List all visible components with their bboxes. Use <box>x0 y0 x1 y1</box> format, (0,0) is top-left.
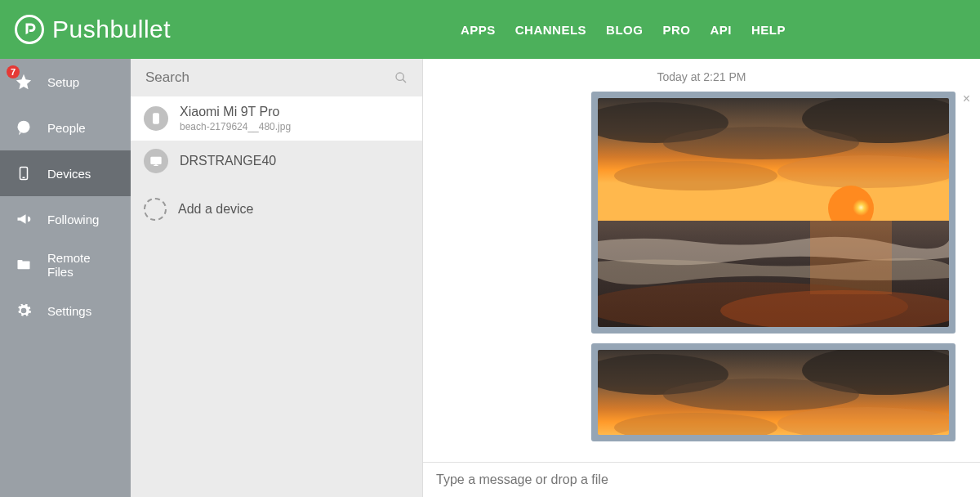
device-item-add[interactable]: Add a device <box>131 190 422 229</box>
svg-point-5 <box>396 73 403 80</box>
sidebar-item-label: Settings <box>47 304 91 318</box>
sidebar-item-remote-files[interactable]: Remote Files <box>0 242 131 288</box>
device-panel: Xiaomi Mi 9T Pro beach-2179624__480.jpg … <box>131 59 423 497</box>
message-item <box>448 343 956 441</box>
message-input[interactable] <box>436 472 967 487</box>
chat-icon <box>15 119 33 137</box>
svg-rect-9 <box>151 157 161 163</box>
message-bubble[interactable] <box>591 343 956 441</box>
sidebar: 7 Setup People Devices Following <box>0 59 131 497</box>
svg-point-0 <box>18 121 30 133</box>
svg-point-16 <box>614 161 777 190</box>
image-attachment <box>598 98 949 327</box>
sidebar-item-label: Devices <box>47 167 91 181</box>
sidebar-item-setup[interactable]: 7 Setup <box>0 59 131 105</box>
nav-blog[interactable]: BLOG <box>606 23 643 37</box>
sidebar-item-label: Remote Files <box>47 251 116 279</box>
phone-icon <box>15 164 33 182</box>
device-subtitle: beach-2179624__480.jpg <box>180 121 291 132</box>
folder-icon <box>15 256 33 274</box>
svg-rect-3 <box>18 262 30 270</box>
svg-rect-4 <box>18 260 23 262</box>
sidebar-item-people[interactable]: People <box>0 105 131 150</box>
sidebar-item-devices[interactable]: Devices <box>0 150 131 196</box>
messages-list[interactable]: × <box>423 92 980 462</box>
close-icon[interactable]: × <box>963 92 970 106</box>
device-item-xiaomi[interactable]: Xiaomi Mi 9T Pro beach-2179624__480.jpg <box>131 96 422 141</box>
brand-name: Pushbullet <box>52 16 171 43</box>
device-name: DRSTRANGE40 <box>180 154 276 168</box>
setup-badge: 7 <box>7 65 20 78</box>
megaphone-icon <box>15 210 33 228</box>
search-bar <box>131 59 422 96</box>
nav-api[interactable]: API <box>710 23 732 37</box>
logo[interactable]: Pushbullet <box>15 15 171 44</box>
device-name: Add a device <box>178 202 254 217</box>
nav-help[interactable]: HELP <box>751 23 786 37</box>
timestamp: Today at 2:21 PM <box>423 59 980 92</box>
search-icon[interactable] <box>394 71 408 84</box>
sidebar-item-label: People <box>47 121 86 135</box>
top-nav: APPS CHANNELS BLOG PRO API HELP <box>461 23 786 37</box>
device-item-drstrange[interactable]: DRSTRANGE40 <box>131 141 422 181</box>
main: 7 Setup People Devices Following <box>0 59 980 497</box>
sidebar-item-following[interactable]: Following <box>0 196 131 242</box>
sidebar-item-settings[interactable]: Settings <box>0 288 131 334</box>
nav-apps[interactable]: APPS <box>461 23 496 37</box>
nav-pro[interactable]: PRO <box>662 23 690 37</box>
message-item: × <box>448 92 956 334</box>
message-bubble[interactable] <box>591 92 956 334</box>
svg-point-15 <box>663 127 859 159</box>
content-area: Today at 2:21 PM <box>423 59 980 497</box>
logo-icon <box>15 15 44 44</box>
svg-point-26 <box>663 378 859 411</box>
image-attachment <box>598 350 949 435</box>
svg-line-6 <box>403 79 406 83</box>
add-icon <box>144 198 167 221</box>
sidebar-item-label: Setup <box>47 75 79 89</box>
svg-point-17 <box>777 155 949 188</box>
gear-icon <box>15 302 33 320</box>
svg-rect-20 <box>810 221 892 294</box>
input-bar <box>423 462 980 497</box>
header: Pushbullet APPS CHANNELS BLOG PRO API HE… <box>0 0 980 59</box>
sidebar-item-label: Following <box>47 213 99 226</box>
device-name: Xiaomi Mi 9T Pro <box>180 105 291 119</box>
phone-icon <box>144 106 168 131</box>
search-input[interactable] <box>145 69 394 86</box>
desktop-icon <box>144 149 168 173</box>
nav-channels[interactable]: CHANNELS <box>515 23 586 37</box>
